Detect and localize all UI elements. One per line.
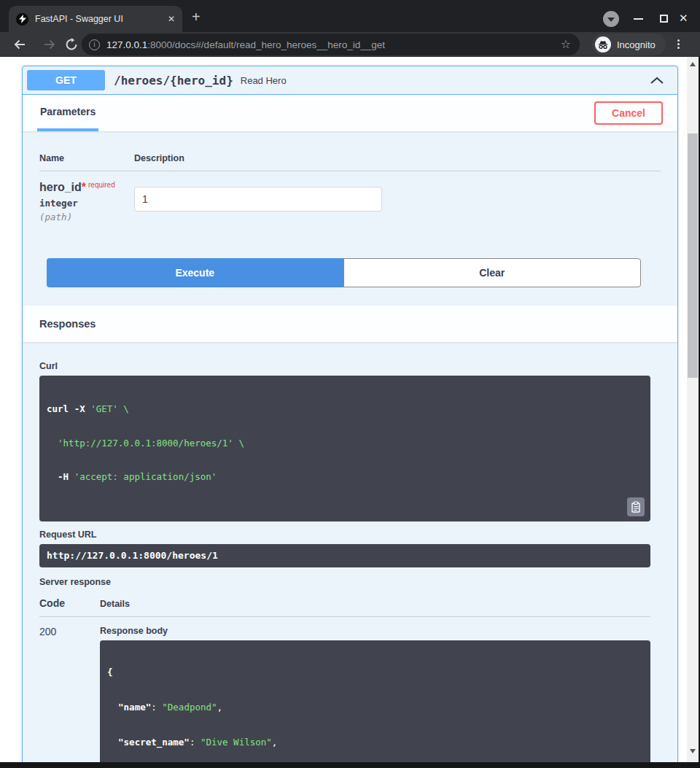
incognito-label: Incognito (617, 39, 656, 50)
live-response-details: Response body { "name": "Deadpond", "sec… (100, 626, 650, 762)
url-host: 127.0.0.1 (106, 39, 147, 50)
opblock-get: GET /heroes/{hero_id} Read Hero Paramete… (22, 66, 678, 762)
fastapi-favicon-icon (16, 13, 28, 26)
request-url-value: http://127.0.0.1:8000/heroes/1 (47, 550, 218, 562)
tab-title: FastAPI - Swagger UI (35, 14, 163, 24)
browser-toolbar: i 127.0.0.1:8000/docs#/default/read_hero… (0, 32, 700, 57)
scroll-down-icon[interactable] (690, 749, 696, 753)
column-details: Details (100, 599, 650, 609)
parameter-meta: hero_id*required integer (path) (39, 181, 134, 222)
curl-line: 'http://127.0.0.1:8000/heroes/1' \ (47, 438, 643, 449)
bookmark-star-icon[interactable]: ☆ (561, 37, 571, 52)
tab-search-caret-icon[interactable] (603, 11, 619, 27)
responses-section-header: Responses (23, 306, 677, 342)
required-star: * (82, 181, 86, 193)
endpoint-path: /heroes/{hero_id} (114, 74, 233, 88)
method-badge: GET (27, 70, 105, 90)
parameter-row: hero_id*required integer (path) (39, 181, 661, 222)
execute-button[interactable]: Execute (47, 258, 343, 287)
server-response-label: Server response (39, 577, 650, 587)
browser-window: FastAPI - Swagger UI ✕ + ✕ i 127.0.0.1:8… (0, 0, 700, 768)
swagger-page: GET /heroes/{hero_id} Read Hero Paramete… (0, 57, 687, 762)
responses-body: Curl curl -X 'GET' \ 'http://127.0.0.1:8… (23, 361, 677, 762)
response-body-label: Response body (100, 626, 650, 636)
browser-tab[interactable]: FastAPI - Swagger UI ✕ (9, 6, 182, 32)
url-path: :8000/docs#/default/read_hero_heroes__he… (147, 39, 385, 50)
request-url-label: Request URL (39, 530, 650, 540)
window-bottom-border (0, 762, 700, 768)
url-text: 127.0.0.1:8000/docs#/default/read_hero_h… (106, 39, 385, 50)
column-code: Code (39, 597, 100, 609)
reload-icon[interactable] (65, 38, 78, 54)
curl-line: -H 'accept: application/json' (47, 471, 643, 483)
hero-id-input[interactable] (134, 187, 382, 212)
live-response-row: 200 Response body { "name": "Deadpond", … (39, 626, 650, 762)
incognito-badge: Incognito (592, 34, 666, 55)
page-scrollbar[interactable] (687, 57, 699, 762)
column-name: Name (39, 153, 134, 163)
cancel-button[interactable]: Cancel (594, 101, 663, 125)
response-body-block: { "name": "Deadpond", "secret_name": "Di… (100, 640, 650, 762)
tab-bar: FastAPI - Swagger UI ✕ + ✕ (0, 0, 700, 32)
parameter-value-cell (134, 181, 661, 222)
window-maximize-button[interactable] (660, 15, 668, 23)
parameter-name: hero_id*required (39, 181, 134, 194)
column-description: Description (134, 153, 661, 163)
window-minimize-button[interactable] (634, 18, 643, 20)
status-code: 200 (39, 626, 100, 762)
endpoint-summary: Read Hero (241, 75, 287, 86)
site-info-icon[interactable]: i (89, 39, 100, 50)
server-response-table-header: Code Details (39, 597, 650, 617)
request-url-block: http://127.0.0.1:8000/heroes/1 (39, 544, 650, 567)
parameter-type: integer (39, 198, 134, 209)
new-tab-button[interactable]: + (192, 9, 201, 24)
parameter-location: (path) (39, 212, 134, 222)
scrollbar-thumb[interactable] (688, 133, 698, 378)
opblock-summary[interactable]: GET /heroes/{hero_id} Read Hero (23, 66, 677, 95)
parameters-section-header: Parameters Cancel (23, 95, 677, 131)
window-close-button[interactable]: ✕ (679, 12, 688, 25)
curl-line: curl -X 'GET' \ (47, 403, 643, 415)
responses-title: Responses (39, 318, 96, 330)
execute-button-group: Execute Clear (47, 258, 641, 287)
curl-code-block: curl -X 'GET' \ 'http://127.0.0.1:8000/h… (39, 376, 650, 521)
browser-menu-icon[interactable] (677, 39, 680, 42)
curl-label: Curl (39, 361, 650, 371)
tab-close-icon[interactable]: ✕ (168, 14, 175, 24)
url-bar[interactable]: i 127.0.0.1:8000/docs#/default/read_hero… (82, 34, 580, 55)
copy-curl-button[interactable] (627, 497, 645, 516)
parameters-table-header: Name Description (39, 153, 661, 171)
tab-parameters[interactable]: Parameters (37, 95, 98, 131)
required-label: required (88, 181, 115, 189)
back-icon[interactable] (12, 37, 27, 55)
forward-icon[interactable] (42, 37, 57, 55)
scroll-up-icon[interactable] (690, 62, 696, 66)
clear-button[interactable]: Clear (343, 258, 642, 287)
collapse-chevron-icon[interactable] (650, 77, 664, 85)
incognito-icon (595, 36, 611, 53)
